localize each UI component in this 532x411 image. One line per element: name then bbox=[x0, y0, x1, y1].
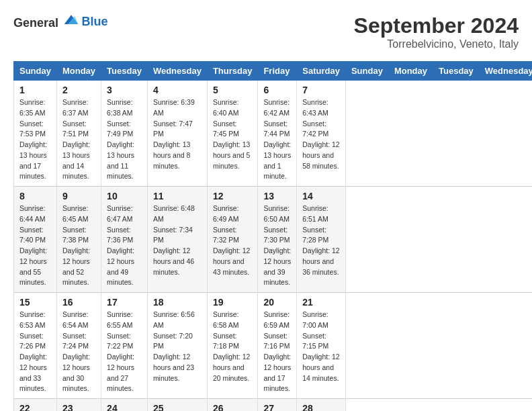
day-number: 10 bbox=[107, 191, 142, 201]
day-number: 2 bbox=[62, 85, 95, 95]
logo: General Blue bbox=[13, 13, 108, 30]
day-cell: 4Sunrise: 6:39 AMSunset: 7:47 PMDaylight… bbox=[147, 81, 207, 187]
col-header-sunday: Sunday bbox=[14, 62, 57, 81]
day-cell: 20Sunrise: 6:59 AMSunset: 7:16 PMDayligh… bbox=[258, 293, 297, 399]
day-cell: 17Sunrise: 6:55 AMSunset: 7:22 PMDayligh… bbox=[101, 293, 148, 399]
day-cell: 12Sunrise: 6:49 AMSunset: 7:32 PMDayligh… bbox=[207, 187, 258, 293]
day-info: Sunrise: 6:37 AMSunset: 7:51 PMDaylight:… bbox=[62, 97, 95, 182]
col-header-sunday: Sunday bbox=[345, 62, 388, 81]
day-number: 14 bbox=[302, 191, 340, 201]
day-cell: 8Sunrise: 6:44 AMSunset: 7:40 PMDaylight… bbox=[14, 187, 57, 293]
day-cell: 9Sunrise: 6:45 AMSunset: 7:38 PMDaylight… bbox=[56, 187, 101, 293]
day-number: 8 bbox=[19, 191, 51, 201]
day-cell: 15Sunrise: 6:53 AMSunset: 7:26 PMDayligh… bbox=[14, 293, 57, 399]
day-cell: 5Sunrise: 6:40 AMSunset: 7:45 PMDaylight… bbox=[207, 81, 258, 187]
day-info: Sunrise: 6:50 AMSunset: 7:30 PMDaylight:… bbox=[263, 203, 291, 288]
day-number: 15 bbox=[19, 297, 51, 308]
day-info: Sunrise: 6:40 AMSunset: 7:45 PMDaylight:… bbox=[213, 97, 253, 171]
col-header-tuesday: Tuesday bbox=[101, 62, 148, 81]
day-number: 27 bbox=[263, 403, 291, 411]
day-number: 11 bbox=[153, 191, 202, 201]
day-info: Sunrise: 6:45 AMSunset: 7:38 PMDaylight:… bbox=[62, 203, 95, 288]
day-info: Sunrise: 6:49 AMSunset: 7:32 PMDaylight:… bbox=[213, 203, 253, 277]
day-info: Sunrise: 6:47 AMSunset: 7:36 PMDaylight:… bbox=[107, 203, 142, 288]
col-header-friday: Friday bbox=[258, 62, 297, 81]
col-header-tuesday: Tuesday bbox=[433, 62, 480, 81]
week-row-2: 8Sunrise: 6:44 AMSunset: 7:40 PMDaylight… bbox=[14, 187, 533, 293]
day-cell: 1Sunrise: 6:35 AMSunset: 7:53 PMDaylight… bbox=[14, 81, 57, 187]
day-number: 4 bbox=[153, 85, 202, 95]
day-number: 26 bbox=[213, 403, 253, 411]
col-header-wednesday: Wednesday bbox=[479, 62, 532, 81]
day-cell: 13Sunrise: 6:50 AMSunset: 7:30 PMDayligh… bbox=[258, 187, 297, 293]
day-number: 13 bbox=[263, 191, 291, 201]
col-header-wednesday: Wednesday bbox=[147, 62, 207, 81]
day-info: Sunrise: 6:48 AMSunset: 7:34 PMDaylight:… bbox=[153, 203, 202, 277]
day-cell: 16Sunrise: 6:54 AMSunset: 7:24 PMDayligh… bbox=[56, 293, 101, 399]
day-info: Sunrise: 6:38 AMSunset: 7:49 PMDaylight:… bbox=[107, 97, 142, 182]
day-number: 21 bbox=[302, 297, 340, 308]
day-number: 19 bbox=[213, 297, 253, 308]
day-cell: 28Sunrise: 7:09 AMSunset: 7:01 PMDayligh… bbox=[297, 399, 346, 412]
location-title: Torrebelvicino, Veneto, Italy bbox=[354, 38, 519, 50]
day-number: 20 bbox=[263, 297, 291, 308]
day-cell: 24Sunrise: 7:04 AMSunset: 7:09 PMDayligh… bbox=[101, 399, 148, 412]
day-number: 28 bbox=[302, 403, 340, 411]
day-cell: 2Sunrise: 6:37 AMSunset: 7:51 PMDaylight… bbox=[56, 81, 101, 187]
day-info: Sunrise: 7:00 AMSunset: 7:15 PMDaylight:… bbox=[302, 310, 340, 383]
day-number: 7 bbox=[302, 85, 340, 95]
day-cell: 10Sunrise: 6:47 AMSunset: 7:36 PMDayligh… bbox=[101, 187, 148, 293]
day-cell: 23Sunrise: 7:03 AMSunset: 7:11 PMDayligh… bbox=[56, 399, 101, 412]
day-number: 3 bbox=[107, 85, 142, 95]
logo-icon bbox=[63, 13, 79, 27]
day-info: Sunrise: 6:54 AMSunset: 7:24 PMDaylight:… bbox=[62, 310, 95, 394]
col-header-monday: Monday bbox=[56, 62, 101, 81]
day-number: 24 bbox=[107, 403, 142, 411]
day-info: Sunrise: 6:58 AMSunset: 7:18 PMDaylight:… bbox=[213, 310, 253, 383]
day-number: 5 bbox=[213, 85, 253, 95]
day-cell: 27Sunrise: 7:08 AMSunset: 7:03 PMDayligh… bbox=[258, 399, 297, 412]
day-number: 22 bbox=[19, 403, 51, 411]
day-info: Sunrise: 6:53 AMSunset: 7:26 PMDaylight:… bbox=[19, 310, 51, 394]
week-row-1: 1Sunrise: 6:35 AMSunset: 7:53 PMDaylight… bbox=[14, 81, 533, 187]
month-title: September 2024 bbox=[354, 13, 519, 38]
logo-general: General bbox=[13, 16, 58, 30]
day-info: Sunrise: 6:39 AMSunset: 7:47 PMDaylight:… bbox=[153, 97, 202, 171]
day-cell: 11Sunrise: 6:48 AMSunset: 7:34 PMDayligh… bbox=[147, 187, 207, 293]
logo-blue: Blue bbox=[82, 15, 108, 28]
day-number: 18 bbox=[153, 297, 202, 308]
col-header-monday: Monday bbox=[388, 62, 433, 81]
day-number: 16 bbox=[62, 297, 95, 308]
day-info: Sunrise: 6:56 AMSunset: 7:20 PMDaylight:… bbox=[153, 310, 202, 383]
day-info: Sunrise: 6:35 AMSunset: 7:53 PMDaylight:… bbox=[19, 97, 51, 182]
day-number: 12 bbox=[213, 191, 253, 201]
day-cell: 18Sunrise: 6:56 AMSunset: 7:20 PMDayligh… bbox=[147, 293, 207, 399]
day-cell: 19Sunrise: 6:58 AMSunset: 7:18 PMDayligh… bbox=[207, 293, 258, 399]
col-header-thursday: Thursday bbox=[207, 62, 258, 81]
day-cell: 14Sunrise: 6:51 AMSunset: 7:28 PMDayligh… bbox=[297, 187, 346, 293]
day-number: 9 bbox=[62, 191, 95, 201]
day-info: Sunrise: 6:55 AMSunset: 7:22 PMDaylight:… bbox=[107, 310, 142, 394]
day-number: 1 bbox=[19, 85, 51, 95]
calendar-table: SundayMondayTuesdayWednesdayThursdayFrid… bbox=[13, 61, 532, 411]
header-row: SundayMondayTuesdayWednesdayThursdayFrid… bbox=[14, 62, 533, 81]
day-info: Sunrise: 6:43 AMSunset: 7:42 PMDaylight:… bbox=[302, 97, 340, 171]
day-info: Sunrise: 6:44 AMSunset: 7:40 PMDaylight:… bbox=[19, 203, 51, 288]
day-number: 23 bbox=[62, 403, 95, 411]
title-area: September 2024 Torrebelvicino, Veneto, I… bbox=[354, 13, 519, 50]
day-number: 25 bbox=[153, 403, 202, 411]
day-info: Sunrise: 6:42 AMSunset: 7:44 PMDaylight:… bbox=[263, 97, 291, 182]
day-cell: 25Sunrise: 7:05 AMSunset: 7:07 PMDayligh… bbox=[147, 399, 207, 412]
day-info: Sunrise: 6:59 AMSunset: 7:16 PMDaylight:… bbox=[263, 310, 291, 394]
day-number: 6 bbox=[263, 85, 291, 95]
day-info: Sunrise: 6:51 AMSunset: 7:28 PMDaylight:… bbox=[302, 203, 340, 277]
col-header-saturday: Saturday bbox=[297, 62, 346, 81]
day-number: 17 bbox=[107, 297, 142, 308]
day-cell: 6Sunrise: 6:42 AMSunset: 7:44 PMDaylight… bbox=[258, 81, 297, 187]
day-cell: 26Sunrise: 7:06 AMSunset: 7:05 PMDayligh… bbox=[207, 399, 258, 412]
day-cell: 7Sunrise: 6:43 AMSunset: 7:42 PMDaylight… bbox=[297, 81, 346, 187]
day-cell: 22Sunrise: 7:01 AMSunset: 7:13 PMDayligh… bbox=[14, 399, 57, 412]
day-cell: 21Sunrise: 7:00 AMSunset: 7:15 PMDayligh… bbox=[297, 293, 346, 399]
day-cell: 3Sunrise: 6:38 AMSunset: 7:49 PMDaylight… bbox=[101, 81, 148, 187]
week-row-3: 15Sunrise: 6:53 AMSunset: 7:26 PMDayligh… bbox=[14, 293, 533, 399]
